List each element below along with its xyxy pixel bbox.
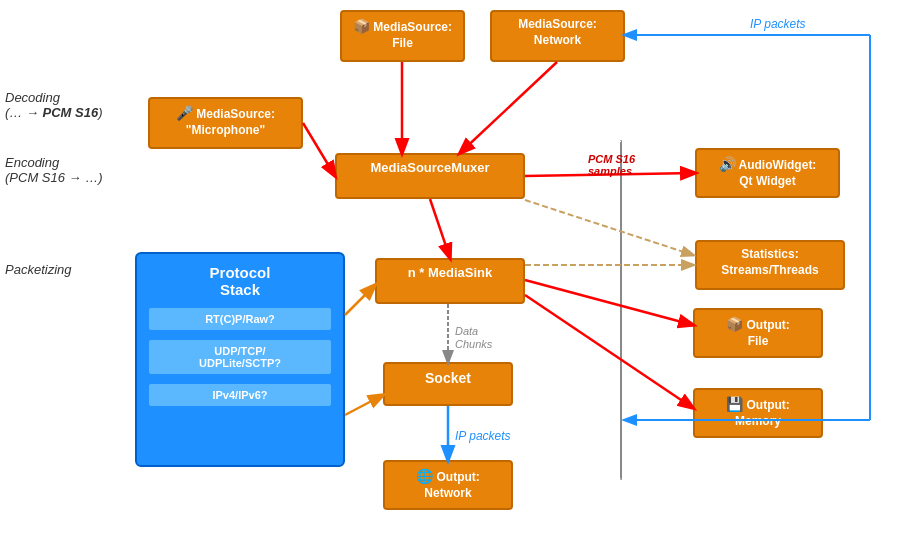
diagram-container: Decoding(… → PCM S16) Encoding(PCM S16 →… xyxy=(0,0,900,540)
statistics: Statistics:Streams/Threads xyxy=(695,240,845,290)
protocol-stack-box: ProtocolStack RT(C)P/Raw? UDP/TCP/UDPLit… xyxy=(135,252,345,467)
protocol-udp: UDP/TCP/UDPLite/SCTP? xyxy=(147,338,333,376)
svg-text:samples: samples xyxy=(588,165,632,177)
mediasource-file: 📦 MediaSource:File xyxy=(340,10,465,62)
mediasource-network: MediaSource:Network xyxy=(490,10,625,62)
svg-line-1 xyxy=(460,62,557,153)
svg-text:PCM S16: PCM S16 xyxy=(588,153,636,165)
audio-widget: 🔊 AudioWidget:Qt Widget xyxy=(695,148,840,198)
svg-line-4 xyxy=(525,173,695,176)
output-memory: 💾 Output:Memory xyxy=(693,388,823,438)
protocol-stack-title: ProtocolStack xyxy=(147,264,333,298)
output-network: 🌐 Output:Network xyxy=(383,460,513,510)
svg-line-5 xyxy=(525,280,693,325)
label-encoding: Encoding(PCM S16 → …) xyxy=(5,155,102,185)
label-decoding: Decoding(… → PCM S16) xyxy=(5,90,103,120)
protocol-ip: IPv4/IPv6? xyxy=(147,382,333,408)
output-file: 📦 Output:File xyxy=(693,308,823,358)
mediasource-muxer: MediaSourceMuxer xyxy=(335,153,525,199)
svg-line-6 xyxy=(525,295,693,408)
svg-text:Data: Data xyxy=(455,325,478,337)
svg-line-3 xyxy=(430,199,450,258)
svg-text:IP packets: IP packets xyxy=(455,429,511,443)
svg-text:IP packets: IP packets xyxy=(750,17,806,31)
svg-text:Chunks: Chunks xyxy=(455,338,493,350)
svg-line-15 xyxy=(525,200,693,255)
media-sink: n * MediaSink xyxy=(375,258,525,304)
svg-line-2 xyxy=(303,123,335,176)
protocol-rtcp: RT(C)P/Raw? xyxy=(147,306,333,332)
socket: Socket xyxy=(383,362,513,406)
svg-line-9 xyxy=(345,395,383,415)
svg-line-10 xyxy=(345,285,375,315)
mediasource-microphone: 🎤 MediaSource:"Microphone" xyxy=(148,97,303,149)
label-packetizing: Packetizing xyxy=(5,262,71,277)
